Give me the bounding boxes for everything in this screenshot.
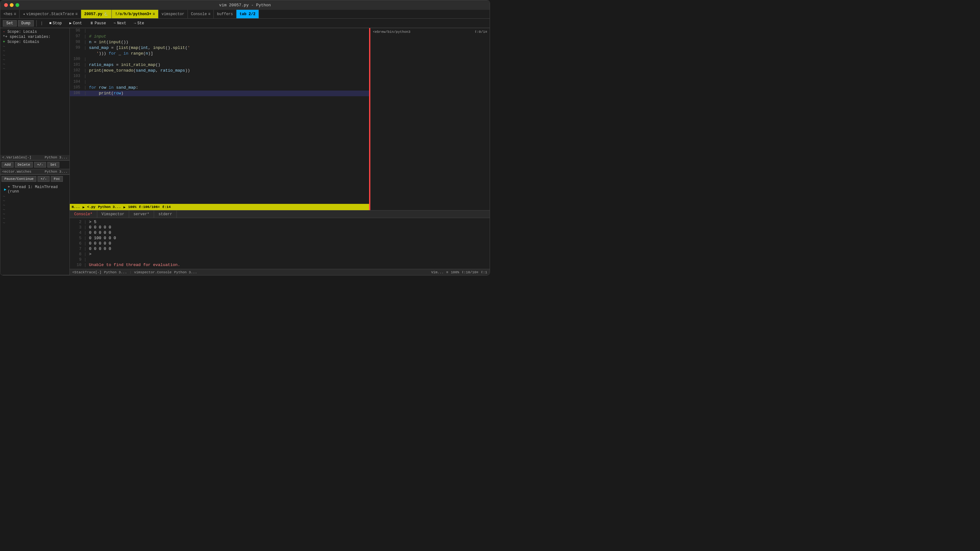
main-window: vim 20057.py - Python <hes ≡ ◂ vimspecto… [0,0,490,275]
console-tab-server[interactable]: server* [129,211,154,218]
dump-button[interactable]: Dump [18,20,34,27]
console-line-7: 7 | 0 0 0 0 0 [73,246,486,251]
console-line-8: 8 | > [73,251,486,257]
code-editor: 96 | 97 | # input 98 | n = int(inpu [70,28,370,210]
tab-vimspector[interactable]: vimspector [159,10,188,18]
stop-button[interactable]: ■ ■ Stop Stop [46,21,66,26]
editor-mode: N... [72,205,80,209]
code-line-101: 101 | ratio_maps = init_ratio_map() [70,62,369,68]
console-output: 2 | > 5 3 | 0 0 0 0 0 4 | 0 0 0 0 0 [70,218,490,269]
left-panel: - Scope: Locals *+ special variables: + … [0,28,70,275]
code-line-106: 106 | print(row) [70,91,369,96]
code-line-104: 104 | [70,79,369,85]
add-button[interactable]: Add [2,162,14,168]
console-line-6: 6 | 0 0 0 0 0 [73,241,486,246]
thread-line: ▶ + Thread 1: MainThread (runn [3,184,67,194]
minimize-button[interactable] [10,3,14,7]
code-content: 96 | 97 | # input 98 | n = int(inpu [70,28,369,204]
console-line-9: 9 | [73,257,486,262]
window-title: vim 20057.py - Python [219,3,271,8]
variables-header: <.Variables[-] Python 3... [0,155,70,160]
console-area: Console* Vimspector server* stderr 2 | >… [70,210,490,269]
next-button[interactable]: ~ Next [110,21,130,26]
variables-content: - Scope: Locals *+ special variables: + … [0,28,70,155]
code-line-97: 97 | # input [70,34,369,40]
delete-button[interactable]: Delete [15,162,33,168]
console-line-2: 2 | > 5 [73,219,486,225]
toolbar-center: | ■ ■ Stop Stop ▶ Cont ⏸ Pause ~ Next → … [37,20,149,26]
code-line-98: 98 | n = int(input()) [70,40,369,45]
focus-button[interactable]: Foc [51,176,63,182]
console-tab-vimspector[interactable]: Vimspector [97,211,129,218]
code-line-103: 103 | [70,73,369,79]
main-area: - Scope: Locals *+ special variables: + … [0,28,490,275]
console-tab-console[interactable]: Console* [70,211,97,218]
pause-continue-button[interactable]: Pause/Continue [2,176,36,182]
watches-section: <ector.Watches Python 3... Pause/Continu… [0,169,70,275]
plusminus-button[interactable]: +/- [34,162,46,168]
console-line-5: 5 | 0 100 0 0 0 [73,235,486,241]
tab-bar: <hes ≡ ◂ vimspector.StackTrace ≡ 20057.p… [0,10,490,19]
console-line-3: 3 | 0 0 0 0 0 [73,225,486,230]
console-tabs: Console* Vimspector server* stderr [70,211,490,218]
code-statusbar: N... ▶ <.py Python 3... ▶ 100% ℓ:106/106… [70,204,369,210]
tab-hes[interactable]: <hes ≡ [0,10,19,18]
status-console-file: vimspector.Console [134,270,172,274]
scope-locals-line: - Scope: Locals [3,29,67,34]
set-var-button[interactable]: Set [47,162,59,168]
status-stacktrace: <StackTrace[-] [72,270,101,274]
tab-stacktrace[interactable]: ◂ vimspector.StackTrace ≡ [19,10,81,18]
toolbar-left: Set Dump [0,20,37,27]
variables-buttons: Add Delete +/- Set [0,160,70,169]
code-line-105: 105 | for row in sand_map: [70,85,369,91]
code-line-96: 96 | [70,28,369,34]
right-section: 96 | 97 | # input 98 | n = int(inpu [70,28,490,275]
close-button[interactable] [4,3,8,7]
play-icon: ▶ [70,21,72,25]
code-line-102: 102 | print(move_tornado(sand_map, ratio… [70,68,369,73]
stop-icon: ■ [49,21,51,25]
step-button[interactable]: → Ste [130,21,148,26]
tab-tab2[interactable]: tab 2/2 [237,10,259,18]
pause-button[interactable]: ⏸ Pause [86,20,110,26]
watches-content: ▶ + Thread 1: MainThread (runn ~ ~ ~ ~ ~… [0,183,70,275]
code-line-99b: '))) for _ in range(n)] [70,51,369,57]
code-line-99: 99 | sand_map = [list(map(int, input().s… [70,45,369,51]
tab-python3[interactable]: !/o/h/b/python3+ ≡ [112,10,158,18]
bottom-statusbar: <StackTrace[-] Python 3... | vimspector.… [70,269,490,275]
watches-header: <ector.Watches Python 3... [0,169,70,175]
right-console-panel: <ebrew/bin/python3 ℓ:0/1≡ [370,28,490,210]
watches-plusminus-button[interactable]: +/- [38,176,49,182]
maximize-button[interactable] [16,3,19,7]
editor-and-right: 96 | 97 | # input 98 | n = int(inpu [70,28,490,210]
set-button[interactable]: Set [3,20,17,27]
tab-20057[interactable]: 20057.py 🐍 [81,10,112,18]
variables-section: - Scope: Locals *+ special variables: + … [0,28,70,169]
tab-console[interactable]: Console ≡ [188,10,214,18]
titlebar: vim 20057.py - Python [0,0,490,10]
scope-globals-line: + Scope: Globals [3,40,67,44]
code-line-100: 100 | [70,57,369,62]
pause-icon: ⏸ [90,21,94,25]
toolbar: Set Dump | ■ ■ Stop Stop ▶ Cont ⏸ Pause … [0,19,490,28]
console-line-4: 4 | 0 0 0 0 0 [73,230,486,235]
console-line-10: 10 | Unable to find thread for evaluatio… [73,262,486,268]
watches-buttons: Pause/Continue +/- Foc [0,175,70,183]
special-vars-line: *+ special variables: [3,34,67,40]
console-tab-stderr[interactable]: stderr [154,211,177,218]
cont-button[interactable]: ▶ Cont [66,20,86,26]
tab-buffers[interactable]: buffers [214,10,236,18]
traffic-lights [4,3,19,7]
